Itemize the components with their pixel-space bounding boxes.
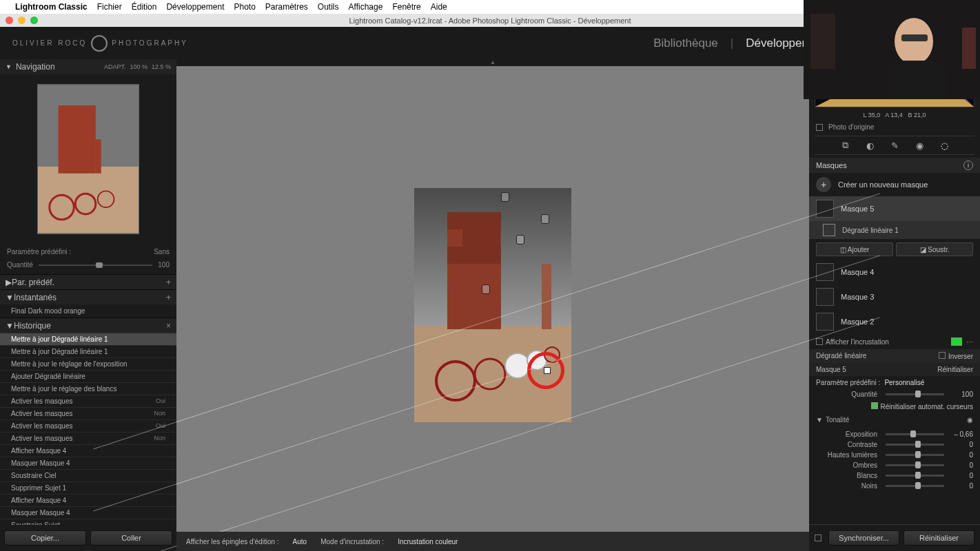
mask-item[interactable]: Masque 2 [809,309,980,334]
history-item[interactable]: Activer les masquesNon [0,407,176,419]
history-item[interactable]: Masquer Masque 4 [0,457,176,469]
menu-aide[interactable]: Aide [431,2,447,12]
history-item[interactable]: Mettre à jour Dégradé linéaire 1 [0,333,176,345]
disclosure-icon[interactable]: ▼ [6,321,14,331]
close-icon[interactable] [6,17,13,24]
add-icon[interactable]: + [166,278,171,287]
invert-label[interactable]: Inverser [948,353,973,360]
eye-tool-icon[interactable]: ◉ [914,140,925,151]
add-mask-button[interactable]: ◫ Ajouter [816,242,893,256]
checkbox-icon[interactable] [816,338,823,345]
history-header[interactable]: ▼ Historique × [0,318,176,333]
svg-rect-12 [447,247,501,264]
navigation-header[interactable]: ▼ Navigation ADAPT. 100 % 12.5 % [0,59,176,74]
paste-button[interactable]: Coller [90,530,172,545]
mask-preset-value[interactable]: Personnalisé [884,379,924,386]
crop-tool-icon[interactable]: ⧉ [839,140,850,151]
minimize-icon[interactable] [18,17,25,24]
menu-parametres[interactable]: Paramètres [265,2,308,12]
origin-toggle[interactable]: Photo d'origine [809,121,980,133]
checkbox-icon[interactable] [816,124,823,131]
expand-top-icon[interactable]: ▲ [176,59,809,66]
history-item[interactable]: Mettre à jour Dégradé linéaire 1 [0,345,176,357]
disclosure-icon[interactable]: ▶ [6,278,12,287]
slider-noirs[interactable]: Noirs0 [815,481,974,491]
slider-contraste[interactable]: Contraste0 [815,439,974,450]
pins-dropdown[interactable]: Auto [293,538,307,545]
redeye-tool-icon[interactable]: ✎ [889,140,900,151]
menu-photo[interactable]: Photo [234,2,255,12]
heal-tool-icon[interactable]: ◐ [864,140,875,151]
menu-developpement[interactable]: Développement [166,2,224,12]
quantity-slider[interactable]: Quantité 100 [0,260,176,274]
history-item[interactable]: Activer les masquesNon [0,432,176,444]
overlay-mode-dropdown[interactable]: Incrustation couleur [398,538,458,545]
sync-button[interactable]: Synchroniser... [828,530,899,545]
reset-mask-button[interactable]: Réinitialiser [937,366,973,373]
module-bibliotheque[interactable]: Bibliothèque [651,35,721,52]
history-item[interactable]: Masquer Masque 4 [0,506,176,519]
snapshots-header[interactable]: ▼ Instantanés + [0,289,176,304]
history-item[interactable]: Afficher Masque 4 [0,444,176,457]
mask-tool-icon[interactable]: ◌ [939,140,950,151]
nav-zoom-100[interactable]: 100 % [130,63,147,70]
masks-header[interactable]: Masques i [809,158,980,173]
canvas-area[interactable]: ▲ [176,59,809,551]
info-icon[interactable]: i [963,160,973,170]
history-item[interactable]: Mettre à jour le réglage de l'exposition [0,357,176,370]
history-item[interactable]: Soustraire Ciel [0,469,176,481]
app-name[interactable]: Lightroom Classic [15,2,88,12]
menu-fenetre[interactable]: Fenêtre [392,2,420,12]
history-item[interactable]: Afficher Masque 4 [0,494,176,506]
overlay-color-swatch[interactable] [951,337,962,346]
subtract-mask-button[interactable]: ◪ Soustr. [896,242,973,256]
menu-edition[interactable]: Édition [132,2,157,12]
more-icon[interactable]: ⋯ [966,338,973,346]
disclosure-icon[interactable]: ▼ [6,63,12,70]
overlay-toggle[interactable]: Afficher l'incrustation ⋯ [809,334,980,349]
eye-icon[interactable]: ◉ [967,416,973,424]
clear-icon[interactable]: × [166,321,171,331]
mask-pin[interactable] [541,214,549,224]
history-item[interactable]: Ajouter Dégradé linéaire [0,370,176,382]
copy-button[interactable]: Copier... [4,530,86,545]
auto-reset-label[interactable]: Réinitialiser automat. curseurs [881,403,974,410]
navigation-preview[interactable] [0,74,176,244]
create-mask-button[interactable]: + Créer un nouveau masque [809,173,980,196]
mask-item[interactable]: Masque 5 [809,196,980,221]
menu-fichier[interactable]: Fichier [97,2,122,12]
slider-hautes-lumières[interactable]: Hautes lumières0 [815,450,974,460]
disclosure-icon[interactable]: ▼ [6,293,14,302]
add-icon[interactable]: + [166,293,171,302]
mask-pin[interactable] [482,284,490,294]
mask-pin[interactable] [501,192,509,202]
sync-checkbox[interactable] [815,534,821,541]
history-item[interactable]: Mettre à jour le réglage des blancs [0,382,176,395]
nav-zoom-custom[interactable]: 12.5 % [152,63,171,70]
checkbox-icon[interactable] [939,352,946,359]
gradient-handle[interactable] [544,367,551,374]
traffic-lights[interactable] [6,17,38,24]
tone-header[interactable]: ▼ Tonalité ◉ [809,413,980,426]
slider-exposition[interactable]: Exposition– 0,66 [815,429,974,439]
slider-ombres[interactable]: Ombres0 [815,460,974,470]
reset-button[interactable]: Réinitialiser [904,530,974,545]
mask-pin[interactable] [516,235,524,245]
slider-blancs[interactable]: Blancs0 [815,470,974,481]
photo-preview[interactable] [414,188,571,422]
menu-outils[interactable]: Outils [318,2,339,12]
plus-icon[interactable]: + [816,177,831,192]
preset-value[interactable]: Sans [154,248,170,256]
mask-item[interactable]: Masque 3 [809,284,980,309]
menu-affichage[interactable]: Affichage [349,2,383,12]
mask-component[interactable]: Dégradé linéaire 1 [809,221,980,239]
history-item[interactable]: Soustraire Sujet [0,519,176,525]
mask-item[interactable]: Masque 4 [809,260,980,284]
maximize-icon[interactable] [30,17,38,24]
mask-label: Masque 3 [841,293,874,301]
presets-header[interactable]: ▶ Par. prédéf. + [0,274,176,289]
history-item[interactable]: Activer les masquesOui [0,395,176,407]
disclosure-icon[interactable]: ▼ [816,416,823,424]
nav-fit[interactable]: ADAPT. [104,63,126,70]
snapshot-item[interactable]: Final Dark mood orange [0,304,176,318]
